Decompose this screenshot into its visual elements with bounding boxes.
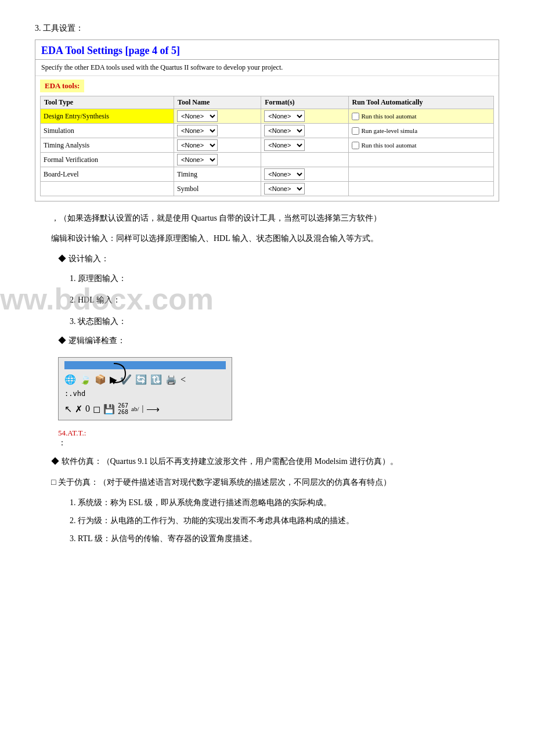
- cell-format: <None>: [261, 167, 348, 182]
- cell-format: <None>: [261, 182, 348, 196]
- icon-floppy: 💾: [103, 404, 115, 415]
- cell-tool-name: <None>: [174, 138, 261, 153]
- bullet-logic: ◆ 逻辑编译检查：: [58, 333, 499, 348]
- run-auto-label: Run this tool automat: [362, 142, 417, 149]
- numbered-item-3: 3. 状态图输入：: [70, 314, 499, 329]
- eda-tools-label: EDA tools:: [40, 80, 84, 92]
- format-select[interactable]: <None>: [264, 183, 305, 195]
- icon-globe: 🌐: [64, 374, 76, 385]
- cell-tool-type: Design Entry/Synthesis: [41, 109, 174, 124]
- toolbar-image: 🌐 🍃 📦 ▶ ✔️ 🔄 🔃 🖨️ < :.vhd ↖ ✗ 0 ◻ 💾 2672…: [58, 357, 232, 420]
- square-sim: □ 关于仿真：（对于硬件描述语言对现代数字逻辑系统的描述层次，不同层次的仿真各有…: [35, 475, 499, 489]
- icon-arrow-right: ⟶: [146, 404, 160, 415]
- cell-run-auto: [348, 167, 493, 182]
- cell-run-auto: Run gate-level simula: [348, 124, 493, 138]
- col-tool-name: Tool Name: [174, 96, 261, 109]
- bullet-design-input: ◆ 设计输入：: [58, 251, 499, 266]
- cell-tool-type: Board-Level: [41, 167, 174, 182]
- cell-format: <None>: [261, 109, 348, 124]
- tool-name-select[interactable]: <None>: [177, 154, 218, 165]
- num2-text: 2. HDL 输入：: [70, 296, 121, 304]
- table-header-row: Tool Type Tool Name Format(s) Run Tool A…: [41, 96, 494, 109]
- run-auto-checkbox[interactable]: [352, 127, 359, 135]
- toolbar-blue-bar: [64, 361, 226, 369]
- section3-heading: 3. 工具设置：: [35, 23, 499, 34]
- eda-title: EDA Tool Settings [page 4 of 5]: [35, 40, 499, 60]
- run-auto-checkbox[interactable]: [352, 142, 359, 149]
- format-select[interactable]: <None>: [264, 139, 305, 151]
- cell-tool-name: <None>: [174, 109, 261, 124]
- tool-name-select[interactable]: <None>: [177, 139, 218, 151]
- toolbar-filename: :.vhd: [64, 388, 226, 399]
- run-auto-label: Run this tool automat: [362, 113, 417, 120]
- bullet-sim: ◆ 软件仿真：（Quartus 9.1 以后不再支持建立波形文件，用户需配合使用…: [35, 454, 499, 469]
- run-auto-label: Run gate-level simula: [362, 127, 418, 134]
- numbered-item-2: 2. HDL 输入： www.bdocx.com: [70, 293, 121, 307]
- format-select[interactable]: <None>: [264, 125, 305, 136]
- col-tool-type: Tool Type: [41, 96, 174, 109]
- eda-table-wrap: Tool Type Tool Name Format(s) Run Tool A…: [35, 92, 499, 201]
- cell-tool-type: Simulation: [41, 124, 174, 138]
- icon-arrows: 🔄: [135, 374, 147, 385]
- icon-printer: 🖨️: [165, 374, 177, 385]
- paragraph1: ，（如果选择默认设置的话，就是使用 Quartus 自带的设计工具，当然可以选择…: [35, 211, 499, 225]
- eda-table: Tool Type Tool Name Format(s) Run Tool A…: [40, 96, 494, 196]
- red-link[interactable]: 54.AT.T.:: [58, 429, 499, 438]
- toolbar-ab: ab/: [131, 405, 139, 412]
- tool-name-select[interactable]: <None>: [177, 125, 218, 136]
- icon-extra: <: [181, 375, 186, 385]
- icon-x: ✗: [75, 404, 82, 415]
- cell-tool-type: Timing Analysis: [41, 138, 174, 153]
- colon-text: ：: [58, 438, 499, 448]
- icon-cursor: ↖: [64, 404, 72, 415]
- table-row: Design Entry/Synthesis <None> <None>: [41, 109, 494, 124]
- toolbar-row2-icons: ↖ ✗ 0 ◻ 💾 267268 ab/ | ⟶: [64, 401, 226, 416]
- numbered-item-1: 1. 原理图输入：: [70, 271, 499, 286]
- icon-divider: |: [142, 404, 144, 413]
- cell-tool-name: Symbol: [174, 182, 261, 196]
- icon-triangle: ◻: [93, 404, 100, 415]
- paragraph2: 编辑和设计输入：同样可以选择原理图输入、HDL 输入、状态图输入以及混合输入等方…: [35, 231, 499, 246]
- cell-format: <None>: [261, 124, 348, 138]
- table-row: Formal Verification <None>: [41, 153, 494, 167]
- section3-heading-text: 3. 工具设置：: [35, 24, 84, 33]
- icon-arrows2: 🔃: [150, 374, 162, 385]
- cell-tool-name: <None>: [174, 124, 261, 138]
- table-row: Symbol <None>: [41, 182, 494, 196]
- eda-description: Specify the other EDA tools used with th…: [35, 60, 499, 76]
- col-run-auto: Run Tool Automatically: [348, 96, 493, 109]
- cell-run-auto: Run this tool automat: [348, 138, 493, 153]
- table-row: Timing Analysis <None> <None>: [41, 138, 494, 153]
- toolbar-row-icons: 🌐 🍃 📦 ▶ ✔️ 🔄 🔃 🖨️ <: [64, 373, 226, 386]
- format-select[interactable]: <None>: [264, 168, 305, 180]
- table-row: Board-Level Timing <None>: [41, 167, 494, 182]
- cell-tool-name: Timing: [174, 167, 261, 182]
- cell-run-auto: Run this tool automat: [348, 109, 493, 124]
- tool-name-select[interactable]: <None>: [177, 110, 218, 122]
- col-format: Format(s): [261, 96, 348, 109]
- cell-run-auto: [348, 153, 493, 167]
- cell-tool-type: Formal Verification: [41, 153, 174, 167]
- run-auto-checkbox[interactable]: [352, 113, 359, 120]
- cell-format: <None>: [261, 138, 348, 153]
- toolbar-nums: 267268: [118, 402, 128, 415]
- cell-tool-name: <None>: [174, 153, 261, 167]
- table-row: Simulation <None> <None>: [41, 124, 494, 138]
- sim-item-2: 2. 行为级：从电路的工作行为、功能的实现出发而不考虑具体电路构成的描述。: [70, 513, 499, 528]
- sim-item-1: 1. 系统级：称为 ESL 级，即从系统角度进行描述而忽略电路的实际构成。: [70, 495, 499, 510]
- arrow-indicator: [99, 362, 128, 384]
- cell-format: [261, 153, 348, 167]
- sim-item-3: 3. RTL 级：从信号的传输、寄存器的设置角度描述。: [70, 531, 499, 546]
- cell-tool-type: [41, 182, 174, 196]
- format-select[interactable]: <None>: [264, 110, 305, 122]
- icon-leaf: 🍃: [80, 374, 91, 385]
- cell-run-auto: [348, 182, 493, 196]
- eda-settings-box: EDA Tool Settings [page 4 of 5] Specify …: [35, 39, 499, 201]
- icon-zero: 0: [85, 404, 90, 414]
